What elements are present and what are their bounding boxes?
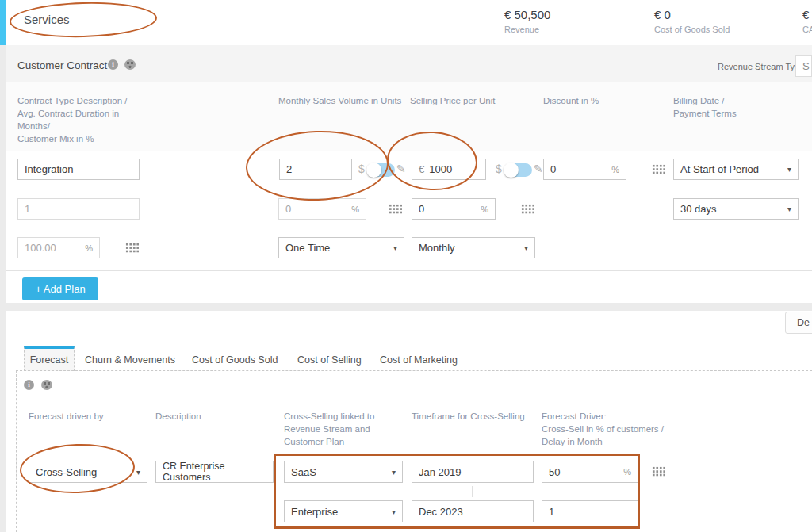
revenue-stream-type-value: S: [802, 60, 810, 72]
page-background-strip: [0, 45, 6, 532]
tab-churn-movements[interactable]: Churn & Movements: [85, 354, 175, 366]
selling-price-input[interactable]: € 1000: [412, 159, 486, 180]
price-growth-input[interactable]: 0 %: [412, 198, 496, 220]
timeframe-start-input[interactable]: Jan 2019: [412, 461, 534, 483]
payment-terms-select[interactable]: 30 days ▾: [673, 198, 799, 220]
monthly-volume-value: 2: [286, 163, 292, 175]
metric-cogs-label: Cost of Goods Sold: [654, 25, 730, 34]
volume-growth-input[interactable]: 0 %: [278, 198, 366, 220]
page-title: Services: [24, 13, 70, 26]
col-header-discount: Discount in %: [543, 94, 599, 107]
metric-cogs: € 0 Cost of Goods Sold: [654, 8, 730, 34]
currency-label: $: [358, 163, 365, 175]
divider: [6, 270, 812, 271]
linked-customer-plan-value: Enterprise: [291, 506, 338, 518]
customer-contract-title: Customer Contract: [17, 59, 107, 71]
metric-revenue-value: € 50,500: [504, 8, 550, 21]
delete-button-label: De: [797, 317, 810, 328]
tab-cost-of-goods-sold[interactable]: Cost of Goods Sold: [192, 354, 278, 366]
payment-frequency-value: Monthly: [419, 242, 455, 254]
metric-revenue-label: Revenue: [504, 25, 550, 34]
edit-pencil-icon[interactable]: ✎: [396, 163, 406, 174]
metric-cogs-value: € 0: [654, 8, 730, 21]
price-currency-prefix: €: [419, 163, 424, 175]
detail-grid-icon[interactable]: [389, 204, 402, 214]
col-header-timeframe: Timeframe for Cross-Selling: [412, 410, 525, 423]
volume-growth-value: 0: [285, 203, 291, 215]
linked-customer-plan-select[interactable]: Enterprise ▾: [284, 500, 403, 522]
forecast-description-input[interactable]: CR Enterprise Customers: [155, 461, 274, 483]
info-icon[interactable]: i: [108, 59, 118, 70]
percent-suffix: %: [85, 243, 93, 253]
tab-cost-of-marketing[interactable]: Cost of Marketing: [380, 354, 458, 366]
billing-date-select[interactable]: At Start of Period ▾: [673, 159, 799, 180]
billing-frequency-value: One Time: [285, 242, 330, 254]
chevron-down-icon: ▾: [787, 205, 791, 213]
tab-forecast[interactable]: Forecast: [24, 346, 75, 371]
trash-icon: [792, 318, 793, 328]
metric-cac-value: €: [802, 8, 812, 21]
revenue-stream-type-label: Revenue Stream Type: [718, 62, 804, 71]
delay-months-input[interactable]: 1: [542, 500, 638, 522]
forecast-driver-value: Cross-Selling: [36, 466, 97, 478]
stream-accent-bar: [0, 0, 6, 45]
detail-grid-icon[interactable]: [652, 164, 665, 174]
discount-input[interactable]: 0 %: [543, 159, 626, 180]
tab-underline: [16, 370, 812, 371]
chevron-down-icon: ▾: [393, 243, 397, 252]
video-tutorial-icon[interactable]: [41, 380, 52, 390]
col-header-forecast-driven-by: Forecast driven by: [29, 410, 104, 423]
payment-frequency-select[interactable]: Monthly ▾: [412, 237, 535, 258]
card-gap: [0, 303, 812, 311]
linked-revenue-stream-value: SaaS: [291, 466, 316, 478]
contract-type-input[interactable]: Integration: [17, 159, 140, 180]
timeframe-end-value: Dec 2023: [419, 506, 463, 518]
add-plan-button[interactable]: + Add Plan: [22, 277, 98, 300]
payment-terms-value: 30 days: [680, 203, 717, 215]
chevron-down-icon: ▾: [392, 507, 396, 516]
percent-suffix: %: [623, 467, 631, 477]
monthly-volume-input[interactable]: 2: [279, 159, 352, 180]
edit-pencil-icon[interactable]: ✎: [534, 163, 543, 174]
metric-cac-label: CA: [802, 25, 812, 34]
toggle-knob: [366, 163, 381, 178]
price-currency-toggle[interactable]: [505, 163, 532, 177]
revenue-stream-type-select[interactable]: S: [795, 55, 812, 77]
tab-cost-of-selling[interactable]: Cost of Selling: [297, 354, 362, 366]
metric-cac: € CA: [802, 8, 812, 34]
detail-grid-icon[interactable]: [521, 204, 534, 214]
contract-duration-value: 1: [25, 203, 30, 215]
video-tutorial-icon[interactable]: [124, 59, 136, 70]
linked-revenue-stream-select[interactable]: SaaS ▾: [284, 461, 403, 483]
detail-grid-icon[interactable]: [125, 243, 139, 253]
chevron-down-icon: ▾: [392, 468, 396, 477]
timeframe-start-value: Jan 2019: [419, 466, 462, 478]
col-header-billing: Billing Date / Payment Terms: [673, 94, 737, 120]
col-header-contract-type: Contract Type Description / Avg. Contrac…: [17, 94, 184, 145]
revenue-planning-screen: Services € 50,500 Revenue € 0 Cost of Go…: [0, 0, 812, 532]
discount-value: 0: [550, 163, 556, 175]
billing-frequency-select[interactable]: One Time ▾: [278, 237, 404, 258]
billing-date-value: At Start of Period: [680, 163, 759, 175]
contract-type-value: Integration: [25, 163, 73, 175]
delete-button[interactable]: De: [785, 312, 812, 334]
contract-duration-input[interactable]: 1: [17, 198, 140, 220]
price-growth-value: 0: [419, 203, 424, 215]
info-icon[interactable]: i: [24, 380, 34, 390]
customer-mix-value: 100.00: [25, 242, 56, 254]
col-header-forecast-driver: Forecast Driver: Cross-Sell in % of cust…: [542, 410, 664, 448]
currency-label: $: [496, 163, 502, 175]
cross-sell-percent-input[interactable]: 50 %: [542, 461, 638, 483]
detail-grid-icon[interactable]: [652, 466, 665, 477]
col-header-selling-price: Selling Price per Unit: [410, 94, 495, 107]
forecast-driver-select[interactable]: Cross-Selling ▾: [29, 461, 147, 483]
volume-currency-toggle[interactable]: [368, 163, 395, 177]
percent-suffix: %: [351, 205, 359, 214]
metric-revenue: € 50,500 Revenue: [504, 8, 550, 34]
timeframe-end-input[interactable]: Dec 2023: [412, 500, 534, 522]
col-header-cross-selling-linked: Cross-Selling linked to Revenue Stream a…: [284, 410, 374, 448]
chevron-down-icon: ▾: [787, 165, 791, 174]
cross-sell-percent-value: 50: [549, 466, 560, 478]
customer-mix-input[interactable]: 100.00 %: [17, 237, 100, 258]
row-connector: [472, 486, 473, 497]
